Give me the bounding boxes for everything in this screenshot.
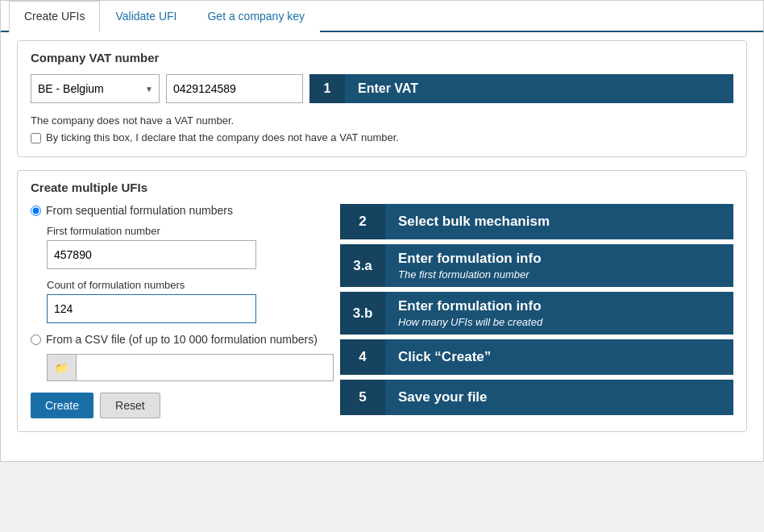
file-input-display xyxy=(76,354,334,381)
vat-section: Company VAT number BE - Belgium DE - Ger… xyxy=(17,40,747,157)
main-content: Company VAT number BE - Belgium DE - Ger… xyxy=(1,32,763,461)
count-formulation-field: Count of formulation numbers xyxy=(47,279,334,323)
tab-get-company-key[interactable]: Get a company key xyxy=(192,1,320,32)
steps-overlay-area: 2 Select bulk mechanism 3.a Enter formul… xyxy=(334,204,733,418)
step5-label: Save your file xyxy=(398,389,488,405)
bulk-section-title: Create multiple UFIs xyxy=(31,181,733,194)
step3a-sub: The first formulation number xyxy=(398,268,542,281)
step3b-label: Enter formulation info xyxy=(398,298,542,314)
steps-panel: 2 Select bulk mechanism 3.a Enter formul… xyxy=(340,204,733,415)
step5-number: 5 xyxy=(340,380,385,415)
no-vat-area: The company does not have a VAT number. … xyxy=(31,114,733,143)
action-buttons: Create Reset xyxy=(31,393,334,418)
radio-csv-row: From a CSV file (of up to 10 000 formula… xyxy=(31,333,334,346)
step4-number: 4 xyxy=(340,339,385,375)
radio-sequential[interactable] xyxy=(31,206,41,216)
bulk-section: Create multiple UFIs From sequential for… xyxy=(17,170,747,432)
country-select-wrapper: BE - Belgium DE - Germany FR - France IT… xyxy=(31,74,160,103)
step3b-sub: How many UFIs will be created xyxy=(398,316,542,328)
radio-sequential-row: From sequential formulation numbers xyxy=(31,204,334,217)
file-browse-button[interactable]: 📁 xyxy=(47,354,76,381)
step3a-number: 3.a xyxy=(340,244,385,287)
vat-section-title: Company VAT number xyxy=(31,51,733,64)
step1-label: Enter VAT xyxy=(345,81,431,96)
radio-csv[interactable] xyxy=(31,335,41,345)
step3a-label: Enter formulation info xyxy=(398,251,542,267)
step1-number: 1 xyxy=(309,74,345,103)
tab-create-ufis[interactable]: Create UFIs xyxy=(9,1,100,32)
step5-button[interactable]: 5 Save your file xyxy=(340,380,733,415)
radio-sequential-label: From sequential formulation numbers xyxy=(46,204,233,217)
step3a-button[interactable]: 3.a Enter formulation info The first for… xyxy=(340,244,733,287)
no-vat-checkbox-row: By ticking this box, I declare that the … xyxy=(31,131,733,143)
tabs-bar: Create UFIs Validate UFI Get a company k… xyxy=(1,1,763,32)
step4-label: Click “Create” xyxy=(398,349,491,365)
folder-icon: 📁 xyxy=(55,362,69,374)
tab-validate-ufi[interactable]: Validate UFI xyxy=(100,1,192,32)
vat-input[interactable] xyxy=(166,74,303,103)
create-button[interactable]: Create xyxy=(31,393,93,418)
first-formulation-label: First formulation number xyxy=(47,225,334,237)
step4-button[interactable]: 4 Click “Create” xyxy=(340,339,733,375)
app-container: Create UFIs Validate UFI Get a company k… xyxy=(0,0,764,462)
bulk-form-left: From sequential formulation numbers Firs… xyxy=(31,204,334,418)
step1-button[interactable]: 1 Enter VAT xyxy=(309,74,733,103)
first-formulation-input[interactable] xyxy=(47,240,256,269)
count-label: Count of formulation numbers xyxy=(47,279,334,291)
country-select[interactable]: BE - Belgium DE - Germany FR - France IT… xyxy=(31,74,160,103)
step2-button[interactable]: 2 Select bulk mechanism xyxy=(340,204,733,239)
bulk-content-row: From sequential formulation numbers Firs… xyxy=(31,204,733,418)
no-vat-checkbox[interactable] xyxy=(31,133,41,143)
no-vat-checkbox-label: By ticking this box, I declare that the … xyxy=(46,131,399,143)
step3b-button[interactable]: 3.b Enter formulation info How many UFIs… xyxy=(340,292,733,335)
count-input[interactable] xyxy=(47,294,256,323)
reset-button[interactable]: Reset xyxy=(100,393,160,418)
step2-label: Select bulk mechanism xyxy=(398,214,550,230)
step2-number: 2 xyxy=(340,204,385,239)
radio-csv-label: From a CSV file (of up to 10 000 formula… xyxy=(46,333,318,346)
no-vat-text: The company does not have a VAT number. xyxy=(31,114,733,127)
first-formulation-field: First formulation number xyxy=(47,225,334,269)
step3b-number: 3.b xyxy=(340,292,385,335)
csv-file-row: 📁 xyxy=(47,354,334,381)
vat-row: BE - Belgium DE - Germany FR - France IT… xyxy=(31,74,733,103)
